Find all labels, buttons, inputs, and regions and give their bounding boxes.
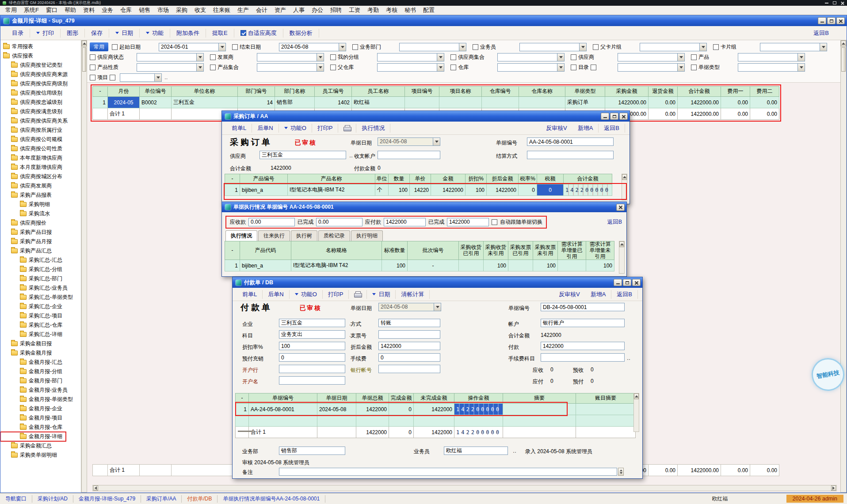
toolbar-日期[interactable]: 日期: [367, 290, 396, 299]
menu-item-办公[interactable]: 办公: [308, 6, 327, 15]
toolbar-功能[interactable]: 功能: [140, 29, 170, 38]
cell[interactable]: 1422000: [414, 404, 454, 415]
cell[interactable]: 0: [389, 404, 414, 415]
cell[interactable]: 1: [225, 260, 240, 271]
column-header[interactable]: 标准数量: [382, 241, 408, 260]
toolbar-新增A[interactable]: 新增A: [585, 290, 612, 299]
tree-item-供应商发展商[interactable]: 供应商发展商: [0, 181, 55, 191]
cell[interactable]: [140, 465, 172, 476]
cell[interactable]: [459, 260, 484, 271]
cell[interactable]: [140, 108, 172, 120]
payable-input[interactable]: 1422000: [384, 218, 426, 226]
field-input-手续费科目[interactable]: [541, 353, 625, 362]
menu-item-销售[interactable]: 销售: [135, 6, 154, 15]
column-header[interactable]: 需求计算 单增量已 引用: [558, 241, 586, 260]
toolbar-日期[interactable]: 日期: [109, 29, 140, 38]
combo-dropdown-button[interactable]: [196, 64, 203, 71]
ellipsis-button[interactable]: ‥: [164, 74, 168, 80]
combo-dropdown-button[interactable]: [797, 53, 805, 61]
combo-dropdown-button[interactable]: [557, 53, 564, 61]
cell[interactable]: [576, 404, 636, 415]
filter-checkbox-项目[interactable]: [90, 75, 95, 80]
filter-combo-产品[interactable]: [738, 53, 805, 61]
menu-item-资产[interactable]: 资产: [271, 6, 290, 15]
settle-input[interactable]: [527, 151, 614, 159]
field-input-手续费[interactable]: 0: [378, 353, 440, 362]
tree-item-金额月报-单据类型[interactable]: 金额月报-单据类型: [0, 395, 76, 404]
filter-extra-checkbox[interactable]: [591, 65, 596, 70]
filter-checkbox-供应商集合[interactable]: [450, 54, 456, 60]
combo-dropdown-button[interactable]: [459, 43, 466, 51]
menu-item-业务[interactable]: 业务: [98, 6, 117, 15]
agent-input[interactable]: 欧红福: [444, 447, 508, 455]
filter-combo-单据类型[interactable]: [738, 63, 805, 72]
field-input-支票号[interactable]: [378, 330, 440, 339]
toolbar-功能O[interactable]: 功能O: [279, 124, 312, 133]
ellipsis-button[interactable]: ‥: [626, 355, 631, 361]
menu-item-招聘[interactable]: 招聘: [327, 6, 345, 15]
toolbar-后单N[interactable]: 后单N: [252, 124, 279, 133]
combo-dropdown-button[interactable]: [820, 43, 827, 51]
tree-item-采购产品日报[interactable]: 采购产品日报: [0, 228, 55, 237]
menu-item-资料[interactable]: 资料: [80, 6, 98, 15]
tree-item-供应商按公司规模[interactable]: 供应商按公司规模: [0, 135, 66, 144]
column-header[interactable]: 折扣%: [465, 174, 487, 184]
note-spinner[interactable]: [618, 468, 624, 476]
ellipsis-button[interactable]: ‥: [348, 153, 354, 159]
cell[interactable]: [172, 465, 238, 476]
cell[interactable]: 1422000.00: [605, 97, 649, 108]
column-header[interactable]: 合计金额: [564, 174, 612, 184]
report-vscrollbar[interactable]: [840, 40, 847, 493]
cell[interactable]: 1422000: [356, 404, 389, 415]
column-header[interactable]: 部门名称: [275, 87, 315, 97]
filter-checkbox-起始日期[interactable]: [112, 44, 118, 50]
toolbar-清帐计算[interactable]: 清帐计算: [396, 290, 430, 299]
toolbar-checkbox[interactable]: [240, 30, 246, 36]
filter-combo-目录[interactable]: [618, 63, 685, 72]
tree-item-采购明细[interactable]: 采购明细: [0, 200, 53, 209]
status-item-导航窗口[interactable]: 导航窗口: [0, 495, 32, 503]
toolbar-图形[interactable]: 图形: [61, 29, 85, 38]
field-input-科目[interactable]: 业务支出: [279, 330, 345, 339]
status-item-单据执行情况单据编号AA-24-05-08-0001[interactable]: 单据执行情况单据编号AA-24-05-08-0001: [217, 495, 325, 503]
toolbar-保存[interactable]: 保存: [85, 29, 109, 38]
menu-item-往来账[interactable]: 往来账: [210, 6, 234, 15]
column-header[interactable]: 税额: [537, 174, 564, 184]
filter-checkbox-我的分组[interactable]: [330, 54, 336, 60]
column-header[interactable]: 费用二: [750, 87, 779, 97]
column-header[interactable]: 采购收货 未引用: [484, 241, 508, 260]
tree-item-供应商按信用级别[interactable]: 供应商按信用级别: [0, 88, 66, 98]
tree-scrollbar[interactable]: [81, 40, 87, 493]
column-header[interactable]: 操作金额: [454, 393, 503, 404]
auto-follow-checkbox[interactable]: [492, 219, 497, 225]
menu-item-工资[interactable]: 工资: [345, 6, 364, 15]
cell[interactable]: 100: [382, 260, 408, 271]
tree-item-采购类单据明细[interactable]: 采购类单据明细: [0, 451, 61, 460]
toolbar-反审核V[interactable]: 反审核V: [541, 124, 572, 133]
field-input-折后金额[interactable]: 1422000: [378, 342, 440, 350]
toolbar-功能O[interactable]: 功能O: [290, 290, 323, 299]
tree-item-金额月报-仓库[interactable]: 金额月报-仓库: [0, 423, 66, 432]
cell[interactable]: 0.00: [750, 465, 779, 476]
cell[interactable]: 100: [389, 184, 410, 196]
cell[interactable]: 0.00: [649, 97, 678, 108]
column-header[interactable]: 折后金额: [487, 174, 519, 184]
cell[interactable]: 合计 1: [108, 465, 140, 476]
tree-item-采购汇总-单据类型[interactable]: 采购汇总-单据类型: [0, 293, 76, 302]
filter-checkbox-供应商状态[interactable]: [90, 54, 95, 60]
tree-item-采购产品汇总[interactable]: 采购产品汇总: [0, 246, 55, 256]
cell[interactable]: 14220: [410, 184, 431, 196]
cell[interactable]: [93, 465, 108, 476]
scroll-thumb[interactable]: [82, 47, 86, 72]
ellipsis-button[interactable]: ‥: [512, 448, 517, 454]
column-header[interactable]: 单据总额: [356, 393, 389, 404]
menu-item-考勤[interactable]: 考勤: [364, 6, 382, 15]
toolbar-打印P[interactable]: 打印P: [323, 290, 349, 299]
tree-item-供应商按登记类型[interactable]: 供应商按登记类型: [0, 61, 66, 70]
cell[interactable]: AA-24-05-08-0001: [249, 404, 317, 415]
cell[interactable]: bijiben_a: [240, 260, 291, 271]
tree-item-常用报表[interactable]: 常用报表: [0, 42, 37, 51]
column-header[interactable]: 员工名称: [352, 87, 405, 97]
filter-checkbox-目录[interactable]: [571, 65, 576, 70]
column-header[interactable]: 月份: [108, 87, 140, 97]
